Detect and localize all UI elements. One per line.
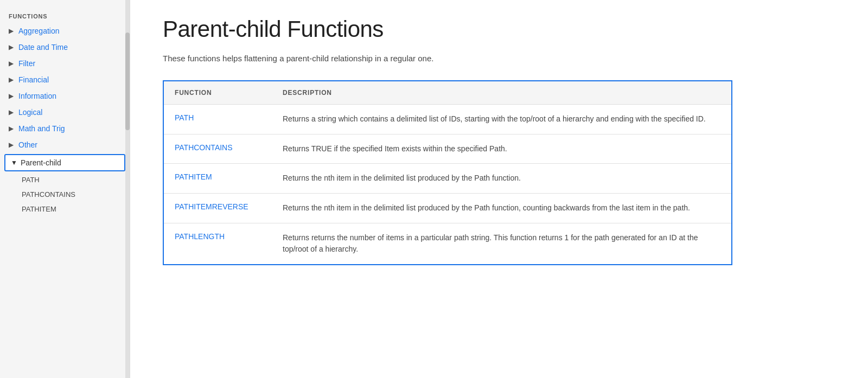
- func-desc-cell: Returns the nth item in the delimited li…: [272, 194, 732, 223]
- sidebar-item-label: Other: [18, 140, 37, 149]
- func-name-cell[interactable]: PATHITEM: [163, 164, 272, 194]
- func-desc-cell: Returns a string which contains a delimi…: [272, 105, 732, 134]
- arrow-icon: ▶: [9, 141, 16, 149]
- functions-table: FUNCTION DESCRIPTION PATHReturns a strin…: [163, 80, 732, 265]
- sidebar-item-label: Date and Time: [18, 43, 68, 52]
- col-header-function: FUNCTION: [163, 81, 272, 105]
- sidebar-item-label: Financial: [18, 75, 49, 84]
- func-name-cell[interactable]: PATHLENGTH: [163, 223, 272, 265]
- arrow-icon: ▶: [9, 76, 16, 84]
- sidebar-item-aggregation[interactable]: ▶ Aggregation: [0, 23, 130, 39]
- page-description: These functions helps flattening a paren…: [163, 52, 835, 65]
- sidebar-item-other[interactable]: ▶ Other: [0, 137, 130, 153]
- sidebar-item-financial[interactable]: ▶ Financial: [0, 72, 130, 88]
- sidebar-child-path[interactable]: PATH: [0, 172, 130, 187]
- func-desc-cell: Returns TRUE if the specified Item exist…: [272, 134, 732, 164]
- sidebar-child-pathcontains[interactable]: PATHCONTAINS: [0, 187, 130, 202]
- arrow-icon: ▼: [11, 159, 18, 166]
- table-row: PATHReturns a string which contains a de…: [163, 105, 732, 134]
- func-name-cell[interactable]: PATH: [163, 105, 272, 134]
- sidebar-section-header: FUNCTIONS: [0, 9, 130, 23]
- arrow-icon: ▶: [9, 108, 16, 116]
- func-name-cell[interactable]: PATHITEMREVERSE: [163, 194, 272, 223]
- sidebar-item-label: Information: [18, 92, 56, 100]
- func-desc-cell: Returns returns the number of items in a…: [272, 223, 732, 265]
- sidebar-item-label: Filter: [18, 59, 35, 68]
- arrow-icon: ▶: [9, 125, 16, 132]
- main-content: Parent-child Functions These functions h…: [130, 0, 868, 378]
- scrollbar-track: [125, 0, 130, 378]
- scrollbar-thumb[interactable]: [125, 33, 130, 130]
- sidebar-item-date-and-time[interactable]: ▶ Date and Time: [0, 39, 130, 55]
- func-name-cell[interactable]: PATHCONTAINS: [163, 134, 272, 164]
- table-row: PATHLENGTHReturns returns the number of …: [163, 223, 732, 265]
- sidebar-item-logical[interactable]: ▶ Logical: [0, 104, 130, 120]
- page-title: Parent-child Functions: [163, 16, 835, 42]
- arrow-icon: ▶: [9, 27, 16, 35]
- sidebar-item-label: Parent-child: [21, 158, 61, 167]
- sidebar-item-parent-child[interactable]: ▼ Parent-child: [4, 154, 125, 171]
- sidebar: FUNCTIONS ▶ Aggregation ▶ Date and Time …: [0, 0, 130, 378]
- arrow-icon: ▶: [9, 43, 16, 51]
- sidebar-child-pathitem[interactable]: PATHITEM: [0, 202, 130, 216]
- sidebar-item-filter[interactable]: ▶ Filter: [0, 55, 130, 72]
- sidebar-item-math-and-trig[interactable]: ▶ Math and Trig: [0, 120, 130, 137]
- col-header-description: DESCRIPTION: [272, 81, 732, 105]
- sidebar-item-label: Aggregation: [18, 27, 60, 35]
- sidebar-item-information[interactable]: ▶ Information: [0, 88, 130, 104]
- arrow-icon: ▶: [9, 60, 16, 67]
- arrow-icon: ▶: [9, 92, 16, 100]
- func-desc-cell: Returns the nth item in the delimited li…: [272, 164, 732, 194]
- sidebar-item-label: Math and Trig: [18, 124, 65, 133]
- sidebar-item-label: Logical: [18, 108, 42, 117]
- table-row: PATHITEMREVERSEReturns the nth item in t…: [163, 194, 732, 223]
- table-row: PATHCONTAINSReturns TRUE if the specifie…: [163, 134, 732, 164]
- table-row: PATHITEMReturns the nth item in the deli…: [163, 164, 732, 194]
